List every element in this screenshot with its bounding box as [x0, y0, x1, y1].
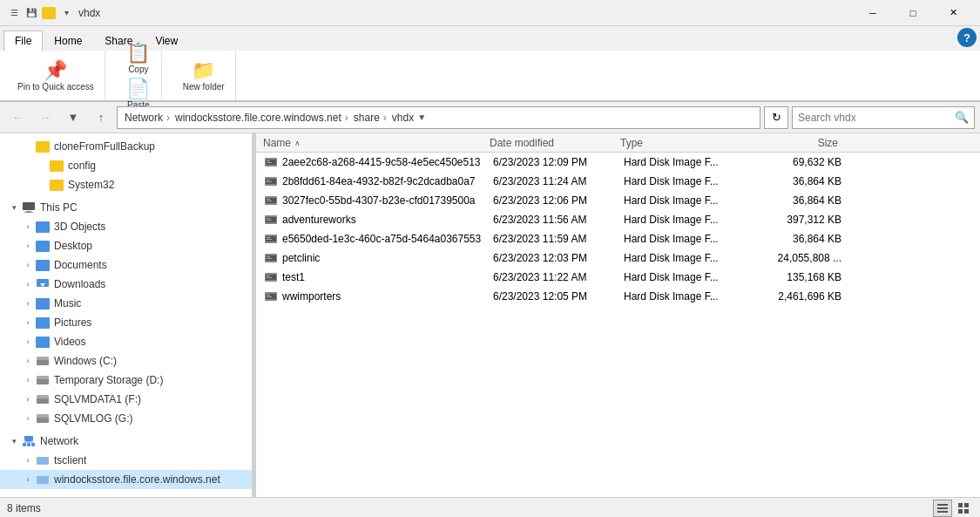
- file-date: 6/23/2023 11:59 AM: [493, 233, 624, 245]
- svg-rect-28: [267, 180, 270, 180]
- expand-icon: ▾: [7, 201, 21, 214]
- help-button[interactable]: ?: [957, 28, 977, 47]
- sidebar-item-label: Windows (C:): [54, 355, 117, 367]
- ribbon-pin-button[interactable]: 📌 Pin to Quick access: [12, 53, 99, 99]
- statusbar: 8 items: [0, 497, 980, 517]
- pin-icon: 📌: [44, 59, 67, 82]
- svg-rect-12: [37, 414, 49, 418]
- address-bar-row: ← → ▼ ↑ Network › windocksstore.file.cor…: [0, 102, 980, 133]
- sidebar-item-windocksstore[interactable]: › windocksstore.file.core.windows.net: [0, 470, 252, 489]
- file-size: 36,864 KB: [746, 233, 841, 245]
- sidebar-item-desktop[interactable]: › Desktop: [0, 236, 252, 255]
- sidebar-item-sqlvmdata-f[interactable]: › SQLVMDATA1 (F:): [0, 390, 252, 409]
- address-server-label: windocksstore.file.core.windows.net: [175, 112, 341, 124]
- sidebar-item-sqlvmlog-g[interactable]: › SQLVMLOG (G:): [0, 409, 252, 428]
- search-box[interactable]: 🔍: [792, 106, 975, 129]
- sidebar-item-documents[interactable]: › Documents: [0, 255, 252, 275]
- svg-rect-48: [267, 276, 270, 276]
- svg-rect-15: [27, 443, 30, 446]
- file-size: 36,864 KB: [746, 175, 841, 187]
- column-size-header[interactable]: Size: [742, 137, 838, 149]
- expand-icon: ›: [21, 373, 35, 387]
- drive-icon: [35, 412, 51, 425]
- svg-rect-49: [267, 277, 272, 278]
- file-name: wwimporters: [282, 290, 493, 303]
- file-content: Name ∧ Date modified Type Size: [256, 133, 980, 497]
- drive-icon: [35, 392, 51, 406]
- sidebar-item-temp-d[interactable]: › Temporary Storage (D:): [0, 371, 252, 390]
- file-type: Hard Disk Image F...: [624, 233, 746, 245]
- sidebar-item-label: cloneFromFullBackup: [54, 140, 155, 153]
- refresh-button[interactable]: ↻: [764, 106, 788, 129]
- tiles-view-button[interactable]: [954, 500, 973, 517]
- table-row[interactable]: petclinic 6/23/2023 12:03 PM Hard Disk I…: [256, 248, 980, 268]
- search-icon[interactable]: 🔍: [955, 111, 969, 124]
- sort-arrow-icon: ∧: [294, 139, 301, 147]
- svg-rect-0: [23, 202, 35, 210]
- copy-icon: 📋: [126, 42, 150, 65]
- details-view-button[interactable]: [933, 500, 952, 517]
- maximize-button[interactable]: □: [893, 0, 933, 26]
- column-type-header[interactable]: Type: [620, 137, 742, 149]
- sidebar-item-3dobjects[interactable]: › 3D Objects: [0, 217, 252, 236]
- sidebar-item-label: This PC: [40, 201, 78, 214]
- table-row[interactable]: adventureworks 6/23/2023 11:56 AM Hard D…: [256, 210, 980, 229]
- table-row[interactable]: wwimporters 6/23/2023 12:05 PM Hard Disk…: [256, 287, 980, 306]
- svg-rect-54: [937, 504, 948, 506]
- sidebar-item-thispc[interactable]: ▾ This PC: [0, 198, 252, 217]
- sidebar-item-pictures[interactable]: › Pictures: [0, 313, 252, 332]
- sidebar-item-config[interactable]: config: [0, 156, 252, 175]
- paste-icon: 📄: [126, 78, 150, 100]
- sidebar-item-videos[interactable]: › Videos: [0, 332, 252, 351]
- folder-icon: [49, 178, 64, 192]
- address-vhdx-segment: vhdx: [392, 112, 414, 124]
- svg-rect-8: [37, 376, 49, 379]
- svg-rect-37: [267, 220, 272, 221]
- recent-locations-button[interactable]: ▼: [61, 105, 85, 130]
- up-button[interactable]: ↑: [89, 105, 113, 130]
- table-row[interactable]: 2aee2c68-a268-4415-9c58-4e5ec450e513 6/2…: [256, 153, 980, 172]
- sidebar-item-system32[interactable]: System32: [0, 175, 252, 194]
- vhd-file-icon: [263, 174, 279, 188]
- sidebar-item-label: windocksstore.file.core.windows.net: [54, 473, 220, 486]
- sidebar-item-label: Videos: [54, 336, 85, 348]
- close-button[interactable]: ✕: [933, 0, 973, 26]
- address-bar[interactable]: Network › windocksstore.file.core.window…: [117, 106, 760, 129]
- address-chevron-icon: ▼: [417, 112, 426, 122]
- svg-rect-25: [267, 162, 272, 163]
- column-name-header[interactable]: Name ∧: [263, 137, 490, 149]
- table-row[interactable]: test1 6/23/2023 11:22 AM Hard Disk Image…: [256, 268, 980, 287]
- sidebar-item-network[interactable]: ▾ Network: [0, 432, 252, 451]
- file-type: Hard Disk Image F...: [624, 290, 746, 303]
- folder-icon: [35, 139, 51, 153]
- window-controls: ─ □ ✕: [853, 0, 973, 26]
- table-row[interactable]: 3027fec0-55bd-4307-b23e-cfd01739500a 6/2…: [256, 191, 980, 210]
- folder-icon: [42, 7, 56, 19]
- svg-rect-55: [937, 507, 948, 509]
- column-date-header[interactable]: Date modified: [490, 137, 620, 149]
- folder-icon: [35, 239, 51, 253]
- tab-file[interactable]: File: [3, 31, 43, 51]
- sidebar-item-tsclient[interactable]: › tsclient: [0, 451, 252, 470]
- tab-home[interactable]: Home: [43, 31, 93, 51]
- sidebar-item-windows-c[interactable]: › Windows (C:): [0, 351, 252, 371]
- expand-icon: ▾: [7, 434, 21, 448]
- dropdown-icon: ▾: [59, 6, 73, 20]
- ribbon-new-folder-button[interactable]: 📁 New folder: [178, 53, 230, 99]
- search-input[interactable]: [798, 112, 951, 124]
- minimize-button[interactable]: ─: [853, 0, 893, 26]
- sidebar-item-cloneFromFullBackup[interactable]: cloneFromFullBackup: [0, 137, 252, 156]
- sidebar-item-label: Downloads: [54, 278, 105, 290]
- table-row[interactable]: 2b8fdd61-84ea-4932-b82f-9c2dcadba0a7 6/2…: [256, 172, 980, 191]
- svg-rect-32: [267, 199, 270, 200]
- forward-button[interactable]: →: [33, 105, 57, 130]
- back-button[interactable]: ←: [5, 105, 30, 130]
- file-type: Hard Disk Image F...: [624, 194, 746, 207]
- network-drive-icon: [35, 473, 51, 486]
- sidebar-item-music[interactable]: › Music: [0, 294, 252, 313]
- ribbon-copy-button[interactable]: 📋 Copy: [121, 40, 156, 76]
- table-row[interactable]: e5650ded-1e3c-460c-a75d-5464a0367553 6/2…: [256, 229, 980, 248]
- sidebar-item-downloads[interactable]: › Downloads: [0, 275, 252, 294]
- svg-rect-33: [267, 201, 272, 201]
- expand-icon: ›: [21, 473, 35, 486]
